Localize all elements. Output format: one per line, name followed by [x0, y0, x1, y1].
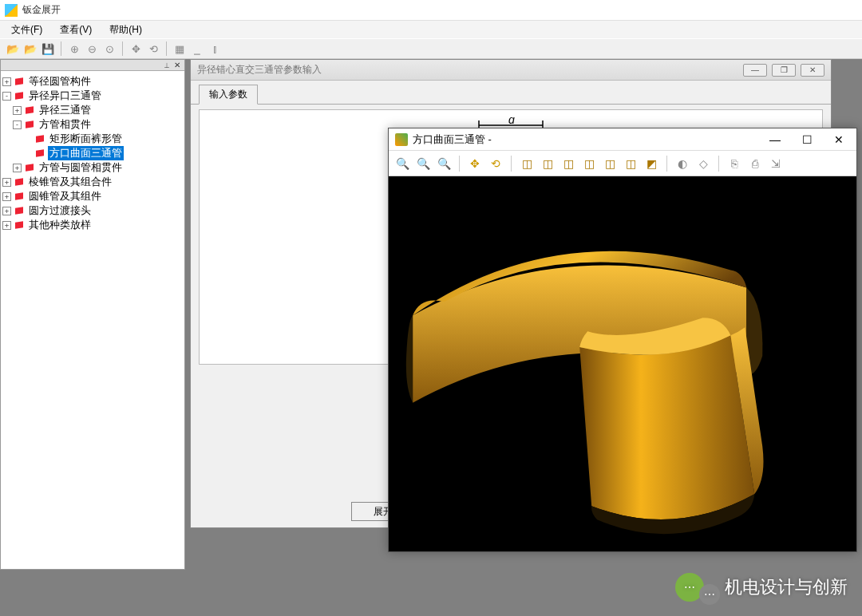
preview-close-button[interactable]: ✕	[828, 133, 850, 146]
tree-item-label: 矩形断面裤形管	[48, 132, 124, 146]
expander-icon[interactable]: +	[13, 106, 22, 115]
tree-panel: ⟂ ✕ +等径圆管构件-异径异口三通管+异径三通管-方管相贯件矩形断面裤形管方口…	[0, 59, 185, 570]
workspace: ⟂ ✕ +等径圆管构件-异径异口三通管+异径三通管-方管相贯件矩形断面裤形管方口…	[0, 59, 862, 616]
book-icon	[14, 177, 25, 187]
tree-item-label: 圆锥管及其组件	[27, 189, 103, 203]
param-min-button[interactable]: —	[743, 64, 767, 77]
menu-help[interactable]: 帮助(H)	[101, 22, 150, 38]
tree-item[interactable]: -异径异口三通管	[2, 89, 183, 103]
menu-view[interactable]: 查看(V)	[52, 22, 100, 38]
pan-icon[interactable]: ✥	[466, 155, 484, 172]
book-icon	[14, 77, 25, 86]
param-title-bar[interactable]: 异径错心直交三通管参数输入 — ❐ ✕	[191, 60, 831, 81]
open-icon[interactable]: 📂	[5, 41, 21, 57]
tab-input-params[interactable]: 输入参数	[199, 85, 258, 105]
tree-item[interactable]: +等径圆管构件	[2, 74, 183, 89]
rotate-icon[interactable]: ⟲	[487, 155, 504, 172]
zoom-in-icon[interactable]: ⊕	[66, 41, 82, 57]
param-tabs: 输入参数	[191, 84, 831, 105]
book-icon	[14, 220, 25, 230]
view-bottom-icon[interactable]: ◫	[622, 155, 639, 172]
chart-icon[interactable]: ⫿	[207, 41, 223, 57]
3d-viewport[interactable]	[389, 176, 856, 551]
param-restore-button[interactable]: ❐	[772, 64, 796, 77]
expander-icon[interactable]: -	[13, 120, 22, 129]
view-back-icon[interactable]: ◫	[539, 155, 556, 172]
tree-panel-header: ⟂ ✕	[1, 60, 184, 71]
book-icon	[24, 120, 35, 129]
tree-item[interactable]: +其他种类放样	[2, 218, 183, 232]
zoom-window-icon[interactable]: 🔍	[435, 155, 453, 172]
tree-item[interactable]: +圆锥管及其组件	[2, 189, 183, 203]
wechat-icon-small: ⋯	[699, 584, 720, 605]
param-close-button[interactable]: ✕	[801, 64, 824, 77]
view-iso-icon[interactable]: ◩	[643, 155, 660, 172]
preview-toolbar: 🔍 🔍 🔍 ✥ ⟲ ◫ ◫ ◫ ◫ ◫ ◫ ◩ ◐ ◇ ⎘ ⎙ ⇲	[389, 151, 856, 176]
tree-item[interactable]: +异径三通管	[2, 103, 183, 117]
expander-icon[interactable]: +	[2, 207, 11, 215]
book-icon	[14, 192, 25, 201]
view-top-icon[interactable]: ◫	[601, 155, 619, 172]
expander-icon[interactable]: +	[2, 178, 11, 187]
print-icon[interactable]: ⎙	[746, 155, 764, 172]
pan-icon[interactable]: ✥	[128, 41, 144, 57]
app-icon	[5, 4, 18, 17]
export-icon[interactable]: ⇲	[767, 155, 785, 172]
zoom-fit-icon[interactable]: ⊙	[101, 41, 117, 57]
book-icon	[14, 206, 25, 215]
grid-icon[interactable]: ▦	[172, 41, 188, 57]
tree-item-label: 其他种类放样	[27, 218, 93, 232]
tree-item-label: 方管相贯件	[38, 117, 93, 132]
tree-item-label: 方口曲面三通管	[48, 146, 124, 160]
expander-icon[interactable]: +	[2, 221, 11, 230]
tree-item[interactable]: -方管相贯件	[2, 117, 183, 132]
preview-min-button[interactable]: —	[764, 133, 786, 146]
param-title: 异径错心直交三通管参数输入	[197, 63, 322, 77]
tree-pin-icon[interactable]: ⟂	[162, 61, 172, 69]
tree-item-label: 棱锥管及其组合件	[27, 175, 113, 189]
view-right-icon[interactable]: ◫	[580, 155, 598, 172]
shade-icon[interactable]: ◐	[674, 155, 691, 172]
tree-item-label: 圆方过渡接头	[27, 203, 93, 218]
copy-icon[interactable]: ⎘	[726, 155, 743, 172]
menu-bar: 文件(F) 查看(V) 帮助(H)	[0, 21, 862, 38]
tree-item-label: 方管与圆管相贯件	[38, 160, 124, 175]
expander-icon[interactable]: +	[13, 164, 22, 172]
wireframe-icon[interactable]: ◇	[694, 155, 712, 172]
axis-icon[interactable]: ⎯	[189, 41, 205, 57]
book-icon	[24, 105, 35, 115]
preview-app-icon	[395, 133, 408, 146]
view-front-icon[interactable]: ◫	[518, 155, 536, 172]
save-icon[interactable]: 💾	[40, 41, 56, 57]
tree-view[interactable]: +等径圆管构件-异径异口三通管+异径三通管-方管相贯件矩形断面裤形管方口曲面三通…	[1, 71, 184, 235]
preview-max-button[interactable]: ☐	[796, 133, 818, 146]
expander-icon[interactable]: +	[2, 77, 11, 86]
main-title-bar: 钣金展开	[0, 0, 862, 21]
menu-file[interactable]: 文件(F)	[3, 22, 50, 38]
tree-item-label: 异径三通管	[38, 103, 93, 117]
preview-title-bar[interactable]: 方口曲面三通管 - — ☐ ✕	[389, 128, 856, 151]
book-icon	[34, 148, 45, 158]
tree-item[interactable]: 矩形断面裤形管	[2, 132, 183, 146]
tree-item-label: 异径异口三通管	[27, 89, 103, 103]
tree-item[interactable]: +棱锥管及其组合件	[2, 175, 183, 189]
watermark-text: 机电设计与创新	[725, 575, 848, 599]
rotate-icon[interactable]: ⟲	[145, 41, 161, 57]
tree-item[interactable]: +方管与圆管相贯件	[2, 160, 183, 175]
tree-item[interactable]: +圆方过渡接头	[2, 203, 183, 218]
zoom-out-icon[interactable]: ⊖	[84, 41, 100, 57]
book-icon	[34, 134, 45, 144]
app-title: 钣金展开	[22, 3, 61, 17]
preview-window: 方口曲面三通管 - — ☐ ✕ 🔍 🔍 🔍 ✥ ⟲ ◫ ◫ ◫ ◫	[388, 128, 857, 552]
open-red-icon[interactable]: 📂	[22, 41, 38, 57]
zoom-out-icon[interactable]: 🔍	[414, 155, 432, 172]
svg-text:d: d	[508, 117, 516, 126]
book-icon	[24, 163, 35, 172]
view-left-icon[interactable]: ◫	[560, 155, 577, 172]
tree-close-icon[interactable]: ✕	[172, 61, 183, 69]
expander-icon[interactable]: -	[2, 92, 11, 101]
tree-item[interactable]: 方口曲面三通管	[2, 146, 183, 160]
zoom-in-icon[interactable]: 🔍	[393, 155, 411, 172]
watermark: ⋯ ⋯ 机电设计与创新	[675, 573, 848, 602]
expander-icon[interactable]: +	[2, 192, 11, 201]
